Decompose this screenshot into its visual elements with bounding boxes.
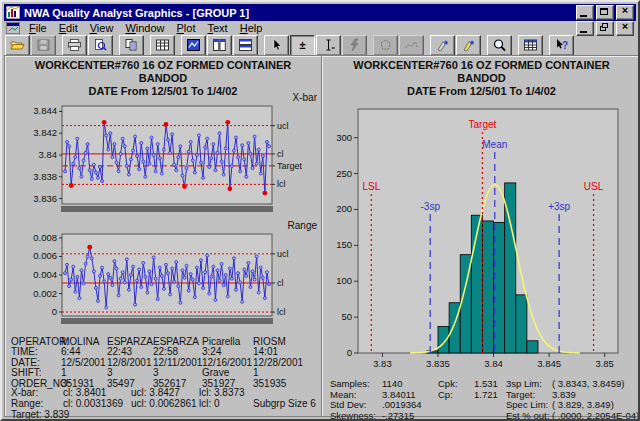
menu-window[interactable]: Window: [119, 22, 170, 34]
table-cell: 14:01: [253, 346, 278, 357]
control-line-label: Target: [277, 161, 303, 171]
data-point: [68, 285, 71, 288]
stat-cell: 1140: [382, 378, 402, 389]
capability-histogram[interactable]: 3002502001501005003.833.8353.843.8453.85…: [322, 94, 640, 382]
data-point: [181, 174, 184, 177]
data-point: [66, 263, 69, 266]
mdi-restore-button[interactable]: [596, 21, 614, 36]
toolbar-marker-b-button[interactable]: [456, 35, 481, 56]
data-point: [99, 274, 102, 277]
toolbar-print-preview-button[interactable]: [88, 35, 113, 56]
data-point: [117, 170, 120, 173]
toolbar-marker-a-button[interactable]: [430, 35, 455, 56]
data-point: [158, 266, 161, 269]
chart-axis-label: Range: [288, 220, 318, 231]
data-point: [245, 274, 248, 277]
data-point: [72, 162, 75, 165]
toolbar-zoom-button[interactable]: [487, 35, 512, 56]
svg-text:150: 150: [336, 239, 352, 250]
data-point: [103, 280, 106, 283]
menu-view[interactable]: View: [84, 22, 120, 34]
menu-edit[interactable]: Edit: [53, 22, 84, 34]
toolbar-text-tool-button[interactable]: [316, 35, 341, 56]
toolbar: ±?: [4, 35, 636, 55]
toolbar-print-button[interactable]: [62, 35, 87, 56]
toolbar-freehand-select-button: [399, 35, 424, 56]
control-charts-panel: WORKCENTER#760 16 OZ FORMED CONTAINER BA…: [4, 55, 322, 417]
maximize-button[interactable]: [596, 5, 614, 20]
range-chart[interactable]: Range0.0080.0060.0040.0020uclcllcl: [5, 220, 321, 352]
data-point: [134, 135, 137, 138]
svg-text:3.83: 3.83: [373, 358, 392, 369]
data-point: [212, 265, 215, 268]
data-point: [158, 157, 161, 160]
data-point: [105, 306, 108, 309]
toolbar-help-pointer-button[interactable]: ?: [549, 35, 574, 56]
xbar-chart[interactable]: X-bar3.8443.8423.843.8383.836uclclTarget…: [5, 92, 321, 224]
data-point: [64, 170, 67, 173]
toolbar-spreadsheet-button[interactable]: [518, 35, 543, 56]
data-point: [109, 276, 112, 279]
table-cell: Grave: [202, 367, 229, 378]
table-row-label: SHIFT:: [11, 367, 42, 378]
svg-text:0.002: 0.002: [33, 288, 57, 299]
minimize-button[interactable]: [576, 5, 594, 20]
data-point: [88, 169, 91, 172]
data-point: [90, 257, 93, 260]
data-point: [259, 266, 262, 269]
data-point: [167, 138, 170, 141]
table-cell: 12/5/2001: [61, 357, 106, 368]
mdi-close-button[interactable]: [616, 21, 634, 36]
close-button[interactable]: [616, 5, 634, 20]
data-point: [94, 286, 97, 289]
toolbar-chart-window-button[interactable]: [181, 35, 206, 56]
data-point: [140, 142, 143, 145]
toolbar-plot-scale-button[interactable]: ±: [290, 35, 315, 56]
svg-text:3.842: 3.842: [33, 127, 57, 138]
ref-line-label: Mean: [482, 139, 507, 150]
out-of-control-point: [164, 122, 169, 127]
data-point: [162, 148, 165, 151]
data-point: [134, 303, 137, 306]
data-point: [150, 283, 153, 286]
toolbar-tile-vertical-button[interactable]: [207, 35, 232, 56]
toolbar-pointer-button[interactable]: [264, 35, 289, 56]
menu-help[interactable]: Help: [234, 22, 269, 34]
menu-plot[interactable]: Plot: [171, 22, 202, 34]
data-point: [230, 164, 233, 167]
table-cell: 22:58: [153, 346, 178, 357]
data-point: [173, 163, 176, 166]
data-point: [152, 256, 155, 259]
data-point: [119, 277, 122, 280]
data-point: [206, 137, 209, 140]
mdi-window-controls: [574, 21, 634, 36]
marker-b-icon: [461, 38, 476, 52]
operator-table: OPERATOR:MOLINAESPARZAESPARZAPicarellaRI…: [5, 336, 321, 388]
mdi-minimize-button[interactable]: [576, 21, 594, 36]
zoom-icon: [492, 38, 507, 52]
data-point: [160, 172, 163, 175]
toolbar-tile-horizontal-button[interactable]: [233, 35, 258, 56]
data-point: [164, 263, 167, 266]
data-point: [144, 175, 147, 178]
menu-text[interactable]: Text: [201, 22, 233, 34]
data-point: [222, 173, 225, 176]
data-point: [208, 165, 211, 168]
toolbar-open-button[interactable]: [5, 35, 30, 56]
toolbar-copy-button[interactable]: [119, 35, 144, 56]
menu-file[interactable]: File: [23, 22, 53, 34]
data-point: [142, 261, 145, 264]
data-point: [237, 156, 240, 159]
data-point: [245, 175, 248, 178]
data-point: [218, 132, 221, 135]
table-cell: ESPARZA: [107, 336, 153, 347]
datasheet-icon: [155, 38, 170, 52]
data-point: [64, 272, 67, 275]
table-cell: 1: [253, 367, 259, 378]
data-point: [220, 262, 223, 265]
document-window-icon[interactable]: [6, 22, 20, 34]
data-point: [78, 167, 81, 170]
data-point: [235, 136, 238, 139]
data-point: [243, 158, 246, 161]
toolbar-datasheet-button[interactable]: [150, 35, 175, 56]
